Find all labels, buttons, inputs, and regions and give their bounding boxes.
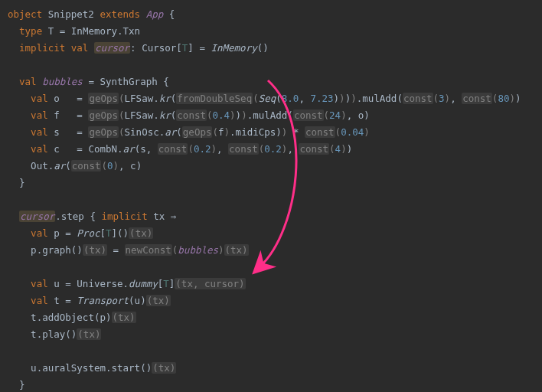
rp: ) <box>140 295 146 306</box>
line-18: val t = Transport(u)(tx) <box>8 295 171 306</box>
kw-val: val <box>31 227 48 239</box>
kw-val: val <box>31 93 48 104</box>
num: 0.04 <box>341 126 364 138</box>
newconst: newConst <box>125 244 172 256</box>
comma: , <box>450 93 456 104</box>
ref-t: t <box>31 328 37 340</box>
step: step <box>61 211 84 222</box>
eq: = <box>65 278 71 289</box>
lp: ( <box>287 109 293 121</box>
geops-call: geOps <box>88 93 119 104</box>
comma: , <box>146 143 152 155</box>
ref-u: u <box>31 362 37 374</box>
ref-u: u <box>135 295 141 306</box>
line-22: u.auralSystem.start()(tx) <box>8 362 176 374</box>
kw-val: val <box>31 126 48 138</box>
code-block: object Snippet2 extends App { type T = I… <box>0 0 542 392</box>
line-8: val s = geOps(SinOsc.ar(geOps(f).midiCps… <box>8 126 370 138</box>
ref-bubbles: bubbles <box>178 244 218 256</box>
rp: ) <box>347 143 353 155</box>
ref-t: t <box>31 312 37 323</box>
line-14: val p = Proc[T]()(tx) <box>8 227 153 239</box>
rp: ) <box>106 312 112 323</box>
kw-extends: extends <box>100 8 140 20</box>
sinosc: SinOsc <box>125 126 159 138</box>
rp: ) <box>364 126 370 138</box>
rp: ) <box>136 160 142 172</box>
dot: . <box>55 211 61 222</box>
geops-call: geOps <box>88 126 119 138</box>
ref-p: p <box>31 244 37 256</box>
num: 24 <box>329 109 341 121</box>
colon: : <box>130 42 136 54</box>
parens: () <box>257 42 269 54</box>
num: 4 <box>335 143 341 155</box>
line-23: } <box>8 379 25 390</box>
universe: Universe <box>77 278 122 289</box>
dot: . <box>153 93 159 104</box>
dot: . <box>153 109 159 121</box>
type-rhs: InMemory.Txn <box>71 25 140 37</box>
synthgraph: SynthGraph <box>100 76 157 87</box>
rbracket: ] <box>112 227 118 239</box>
val-u: u <box>54 278 60 289</box>
midicps: midiCps <box>236 126 276 138</box>
num: 80 <box>498 93 509 104</box>
type-app: App <box>146 8 164 20</box>
const: const <box>158 143 188 155</box>
const: const <box>403 93 433 104</box>
implicit-tx: (tx) <box>152 362 176 374</box>
lfsaw: LFSaw <box>125 109 154 121</box>
rp: ) <box>224 126 230 138</box>
comma: , <box>119 160 125 172</box>
eq: = <box>65 227 71 239</box>
comma: , <box>347 109 353 121</box>
eq: = <box>88 76 94 87</box>
line-2: type T = InMemory.Txn <box>8 25 140 37</box>
lp: ( <box>119 126 125 138</box>
rp: ) <box>339 93 345 104</box>
rp: ) <box>113 160 119 172</box>
start: start <box>112 362 141 374</box>
type-cursor: Cursor <box>142 42 176 54</box>
num: 7.23 <box>310 93 333 104</box>
rp: ) <box>334 93 340 104</box>
implicit-tx: (tx) <box>77 328 101 340</box>
const: const <box>293 109 324 121</box>
line-3: implicit val cursor: Cursor[T] = InMemor… <box>8 42 269 54</box>
ref-p: p <box>100 312 106 323</box>
rp: ) <box>341 143 347 155</box>
type-param: T <box>106 227 112 239</box>
open-brace: { <box>163 76 169 87</box>
dot: . <box>106 362 112 374</box>
line-10: Out.ar(const(0), c) <box>8 160 142 172</box>
kw-val: val <box>71 42 89 54</box>
ar: ar <box>123 143 135 155</box>
lp: ( <box>212 126 218 138</box>
lp: ( <box>329 143 335 155</box>
lp: ( <box>433 93 439 104</box>
kw-val: val <box>31 278 48 289</box>
kw-type: type <box>19 25 42 37</box>
parens: () <box>65 328 77 340</box>
eq: = <box>77 109 83 121</box>
kw-val: val <box>31 109 48 121</box>
implicit-tx: (tx) <box>146 295 171 306</box>
eq: = <box>199 42 205 54</box>
rbracket: ] <box>188 42 194 54</box>
lbracket: [ <box>176 42 182 54</box>
val-p: p <box>54 227 60 239</box>
kr: kr <box>159 93 171 104</box>
fat-arrow-icon: ⇒ <box>171 211 177 222</box>
parens: () <box>140 362 152 374</box>
close-brace: } <box>19 177 25 188</box>
const: const <box>228 143 259 155</box>
val-bubbles: bubbles <box>42 76 83 87</box>
val-t: t <box>54 295 60 306</box>
proc: Proc <box>77 227 100 239</box>
out: Out <box>31 160 48 172</box>
rp: ) <box>211 143 217 155</box>
lp: ( <box>119 93 125 104</box>
open-brace: { <box>169 8 175 20</box>
lp: ( <box>119 109 125 121</box>
